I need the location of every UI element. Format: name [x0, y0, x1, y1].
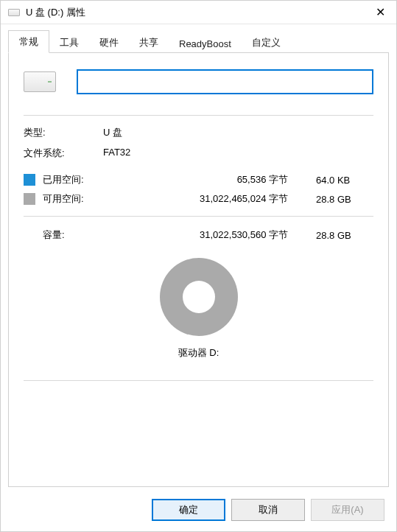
type-value: U 盘 — [103, 126, 122, 139]
used-space-bytes: 65,536 字节 — [110, 173, 316, 186]
free-space-row: 可用空间: 31,022,465,024 字节 28.8 GB — [24, 192, 373, 206]
used-space-human: 64.0 KB — [316, 175, 373, 186]
apply-button[interactable]: 应用(A) — [311, 499, 384, 521]
dialog-content: 常规 工具 硬件 共享 ReadyBoost 自定义 类型: U 盘 文件系统:… — [1, 24, 396, 487]
ok-button[interactable]: 确定 — [152, 499, 225, 521]
used-space-row: 已用空间: 65,536 字节 64.0 KB — [24, 173, 373, 186]
used-space-swatch — [24, 174, 35, 186]
free-space-human: 28.8 GB — [316, 194, 373, 205]
divider — [24, 115, 373, 116]
drive-large-icon — [24, 71, 56, 92]
drive-icon — [8, 9, 20, 16]
capacity-human: 28.8 GB — [316, 230, 373, 241]
close-button[interactable]: ✕ — [365, 5, 395, 19]
usage-pie-chart — [160, 258, 238, 336]
tab-tools[interactable]: 工具 — [49, 32, 89, 53]
free-space-swatch — [24, 193, 35, 205]
tab-sharing[interactable]: 共享 — [129, 32, 169, 53]
close-icon: ✕ — [376, 6, 385, 18]
cancel-button[interactable]: 取消 — [231, 499, 305, 521]
free-space-bytes: 31,022,465,024 字节 — [110, 192, 316, 206]
divider — [24, 380, 373, 381]
type-label: 类型: — [24, 126, 103, 139]
tab-panel-general: 类型: U 盘 文件系统: FAT32 已用空间: 65,536 字节 64.0… — [8, 52, 389, 487]
volume-label-input[interactable] — [77, 69, 373, 94]
title-bar: U 盘 (D:) 属性 ✕ — [1, 1, 396, 24]
properties-dialog: U 盘 (D:) 属性 ✕ 常规 工具 硬件 共享 ReadyBoost 自定义… — [0, 0, 397, 532]
filesystem-value: FAT32 — [103, 147, 130, 160]
capacity-label: 容量: — [43, 228, 110, 242]
drive-caption: 驱动器 D: — [24, 346, 373, 360]
dialog-buttons: 确定 取消 应用(A) — [152, 499, 384, 521]
window-title: U 盘 (D:) 属性 — [26, 6, 365, 19]
filesystem-label: 文件系统: — [24, 147, 103, 160]
capacity-bytes: 31,022,530,560 字节 — [110, 228, 316, 242]
divider — [24, 216, 373, 217]
used-space-label: 已用空间: — [43, 173, 110, 186]
tab-strip: 常规 工具 硬件 共享 ReadyBoost 自定义 — [8, 30, 389, 52]
tab-customize[interactable]: 自定义 — [242, 32, 291, 53]
tab-readyboost[interactable]: ReadyBoost — [169, 34, 242, 53]
tab-general[interactable]: 常规 — [8, 30, 49, 53]
capacity-row: 容量: 31,022,530,560 字节 28.8 GB — [24, 228, 373, 242]
tab-hardware[interactable]: 硬件 — [89, 32, 129, 53]
free-space-label: 可用空间: — [43, 192, 110, 206]
